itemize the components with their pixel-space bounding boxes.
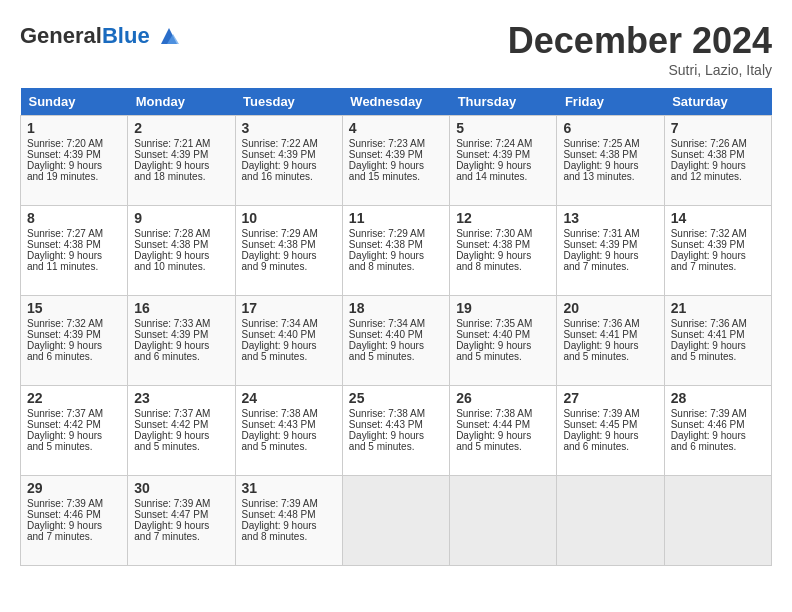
week-row-4: 22 Sunrise: 7:37 AMSunset: 4:42 PMDaylig… (21, 386, 772, 476)
calendar-header-row: Sunday Monday Tuesday Wednesday Thursday… (21, 88, 772, 116)
day-21: 21 Sunrise: 7:36 AMSunset: 4:41 PMDaylig… (664, 296, 771, 386)
day-6: 6 Sunrise: 7:25 AMSunset: 4:38 PMDayligh… (557, 116, 664, 206)
empty-cell-1 (342, 476, 449, 566)
day-29: 29 Sunrise: 7:39 AMSunset: 4:46 PMDaylig… (21, 476, 128, 566)
day-27: 27 Sunrise: 7:39 AMSunset: 4:45 PMDaylig… (557, 386, 664, 476)
day-10: 10 Sunrise: 7:29 AMSunset: 4:38 PMDaylig… (235, 206, 342, 296)
logo-general: General (20, 23, 102, 48)
day-19: 19 Sunrise: 7:35 AMSunset: 4:40 PMDaylig… (450, 296, 557, 386)
day-12: 12 Sunrise: 7:30 AMSunset: 4:38 PMDaylig… (450, 206, 557, 296)
day-26: 26 Sunrise: 7:38 AMSunset: 4:44 PMDaylig… (450, 386, 557, 476)
header-monday: Monday (128, 88, 235, 116)
day-25: 25 Sunrise: 7:38 AMSunset: 4:43 PMDaylig… (342, 386, 449, 476)
empty-cell-3 (557, 476, 664, 566)
day-3: 3 Sunrise: 7:22 AMSunset: 4:39 PMDayligh… (235, 116, 342, 206)
day-31: 31 Sunrise: 7:39 AMSunset: 4:48 PMDaylig… (235, 476, 342, 566)
day-11: 11 Sunrise: 7:29 AMSunset: 4:38 PMDaylig… (342, 206, 449, 296)
day-8: 8 Sunrise: 7:27 AMSunset: 4:38 PMDayligh… (21, 206, 128, 296)
day-13: 13 Sunrise: 7:31 AMSunset: 4:39 PMDaylig… (557, 206, 664, 296)
location-subtitle: Sutri, Lazio, Italy (508, 62, 772, 78)
day-23: 23 Sunrise: 7:37 AMSunset: 4:42 PMDaylig… (128, 386, 235, 476)
empty-cell-4 (664, 476, 771, 566)
day-30: 30 Sunrise: 7:39 AMSunset: 4:47 PMDaylig… (128, 476, 235, 566)
week-row-3: 15 Sunrise: 7:32 AMSunset: 4:39 PMDaylig… (21, 296, 772, 386)
header-sunday: Sunday (21, 88, 128, 116)
month-title: December 2024 (508, 20, 772, 62)
page-header: GeneralBlue December 2024 Sutri, Lazio, … (20, 20, 772, 78)
logo-icon (153, 20, 185, 52)
day-2: 2 Sunrise: 7:21 AMSunset: 4:39 PMDayligh… (128, 116, 235, 206)
day-7: 7 Sunrise: 7:26 AMSunset: 4:38 PMDayligh… (664, 116, 771, 206)
day-20: 20 Sunrise: 7:36 AMSunset: 4:41 PMDaylig… (557, 296, 664, 386)
week-row-1: 1 Sunrise: 7:20 AMSunset: 4:39 PMDayligh… (21, 116, 772, 206)
week-row-2: 8 Sunrise: 7:27 AMSunset: 4:38 PMDayligh… (21, 206, 772, 296)
logo-blue: Blue (102, 23, 150, 48)
day-4: 4 Sunrise: 7:23 AMSunset: 4:39 PMDayligh… (342, 116, 449, 206)
day-1: 1 Sunrise: 7:20 AMSunset: 4:39 PMDayligh… (21, 116, 128, 206)
day-24: 24 Sunrise: 7:38 AMSunset: 4:43 PMDaylig… (235, 386, 342, 476)
header-friday: Friday (557, 88, 664, 116)
header-wednesday: Wednesday (342, 88, 449, 116)
day-17: 17 Sunrise: 7:34 AMSunset: 4:40 PMDaylig… (235, 296, 342, 386)
title-block: December 2024 Sutri, Lazio, Italy (508, 20, 772, 78)
day-5: 5 Sunrise: 7:24 AMSunset: 4:39 PMDayligh… (450, 116, 557, 206)
day-14: 14 Sunrise: 7:32 AMSunset: 4:39 PMDaylig… (664, 206, 771, 296)
day-22: 22 Sunrise: 7:37 AMSunset: 4:42 PMDaylig… (21, 386, 128, 476)
day-28: 28 Sunrise: 7:39 AMSunset: 4:46 PMDaylig… (664, 386, 771, 476)
week-row-5: 29 Sunrise: 7:39 AMSunset: 4:46 PMDaylig… (21, 476, 772, 566)
calendar-table: Sunday Monday Tuesday Wednesday Thursday… (20, 88, 772, 566)
day-9: 9 Sunrise: 7:28 AMSunset: 4:38 PMDayligh… (128, 206, 235, 296)
header-tuesday: Tuesday (235, 88, 342, 116)
day-18: 18 Sunrise: 7:34 AMSunset: 4:40 PMDaylig… (342, 296, 449, 386)
empty-cell-2 (450, 476, 557, 566)
logo: GeneralBlue (20, 20, 185, 52)
day-15: 15 Sunrise: 7:32 AMSunset: 4:39 PMDaylig… (21, 296, 128, 386)
header-thursday: Thursday (450, 88, 557, 116)
day-16: 16 Sunrise: 7:33 AMSunset: 4:39 PMDaylig… (128, 296, 235, 386)
header-saturday: Saturday (664, 88, 771, 116)
